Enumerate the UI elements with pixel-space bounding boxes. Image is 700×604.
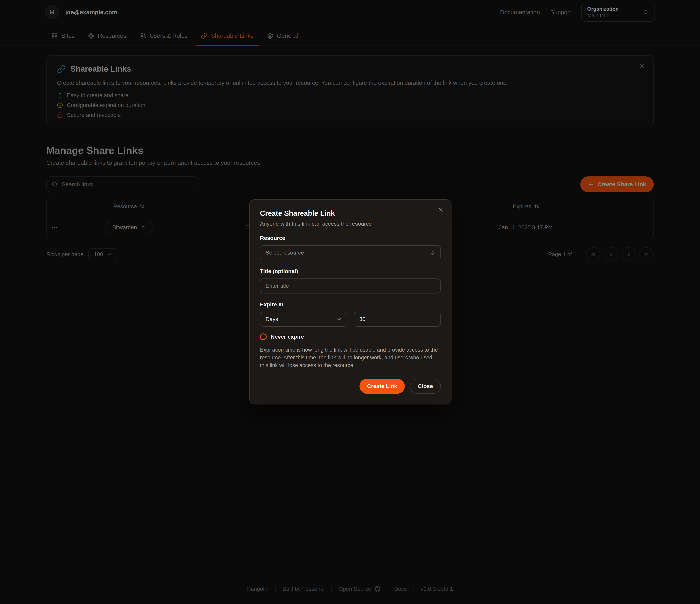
expire-value-input[interactable] — [359, 316, 435, 322]
radio-unchecked-icon[interactable] — [260, 334, 267, 340]
resource-field-label: Resource — [260, 235, 441, 241]
create-link-button[interactable]: Create Link — [359, 379, 405, 394]
modal-title: Create Shareable Link — [260, 209, 441, 217]
expire-in-label: Expire In — [260, 301, 441, 308]
never-expire-label: Never expire — [271, 334, 304, 340]
title-input[interactable] — [266, 283, 435, 289]
title-field-label: Title (optional) — [260, 268, 441, 274]
expire-unit-select[interactable]: Days — [260, 312, 347, 327]
never-expire-option[interactable]: Never expire — [260, 334, 441, 340]
resource-select[interactable]: Select resource — [260, 245, 441, 260]
resource-select-placeholder: Select resource — [266, 250, 304, 256]
modal-close-button[interactable]: Close — [410, 379, 441, 394]
expiration-help-text: Expiration time is how long the link wil… — [260, 346, 441, 369]
chevrons-up-down-icon — [430, 250, 435, 255]
chevron-down-icon — [336, 316, 342, 322]
modal-subtitle: Anyone with this link can access the res… — [260, 221, 441, 227]
create-shareable-link-modal: Create Shareable Link Anyone with this l… — [249, 199, 451, 404]
modal-close-icon[interactable] — [438, 207, 444, 213]
expire-unit-value: Days — [266, 316, 278, 322]
